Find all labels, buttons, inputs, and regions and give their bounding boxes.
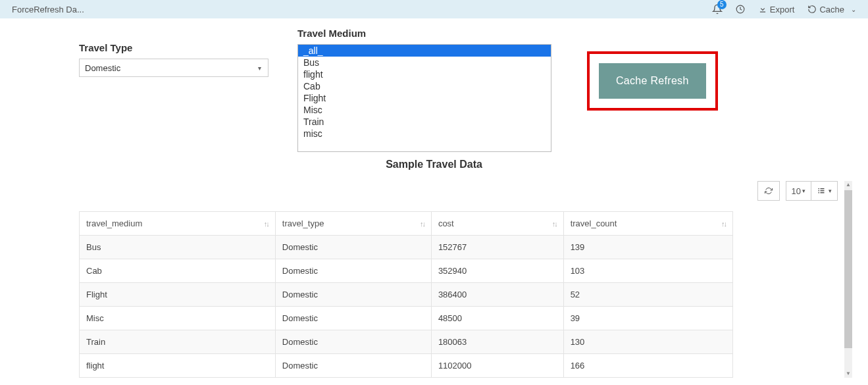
clock-icon	[736, 5, 745, 14]
cell-travel_type: Domestic	[275, 307, 431, 330]
list-icon	[817, 187, 826, 195]
table-toolbar: 10 ▾ ▾	[79, 181, 855, 201]
column-header-cost[interactable]: cost↑↓	[431, 212, 563, 236]
listbox-option[interactable]: Train	[298, 116, 551, 128]
svg-rect-5	[821, 190, 825, 192]
view-mode-button[interactable]: ▾	[811, 181, 838, 201]
cell-travel_medium: Cab	[80, 259, 276, 283]
svg-rect-6	[821, 192, 825, 193]
listbox-option[interactable]: _all_	[298, 45, 551, 57]
sort-icon: ↑↓	[420, 220, 424, 228]
listbox-option[interactable]: Flight	[298, 92, 551, 104]
travel-medium-filter: Travel Medium _all_BusflightCabFlightMis…	[297, 28, 551, 152]
cell-travel_medium: flight	[80, 354, 276, 378]
column-header-travel_count[interactable]: travel_count↑↓	[563, 212, 732, 236]
export-button[interactable]: Export	[758, 5, 795, 14]
page-size-value: 10	[792, 186, 801, 196]
download-icon	[758, 5, 767, 14]
sort-icon: ↑↓	[264, 220, 268, 228]
cell-travel_medium: Flight	[80, 283, 276, 307]
table-row[interactable]: flightDomestic1102000166	[80, 354, 733, 378]
cell-travel_medium: Misc	[80, 307, 276, 330]
highlight-box: Cache Refresh	[587, 51, 718, 111]
cell-travel_count: 166	[563, 354, 732, 378]
cell-travel_type: Domestic	[275, 283, 431, 307]
scroll-down-arrow[interactable]: ▼	[844, 370, 852, 378]
table-area: 10 ▾ ▾ travel_medium↑↓travel_type↑↓cost↑…	[13, 181, 855, 378]
cell-travel_type: Domestic	[275, 236, 431, 259]
listbox-option[interactable]: misc	[298, 128, 551, 140]
cell-travel_medium: Bus	[80, 236, 276, 259]
cell-travel_count: 103	[563, 259, 732, 283]
travel-medium-listbox[interactable]: _all_BusflightCabFlightMiscTrainmisc	[297, 44, 551, 152]
cell-cost: 386400	[431, 283, 563, 307]
sort-icon: ↑↓	[552, 220, 557, 228]
filters-row: Travel Type Domestic Travel Medium _all_…	[13, 28, 855, 152]
history-button[interactable]	[736, 5, 745, 14]
cache-label: Cache	[819, 5, 844, 14]
listbox-option[interactable]: Misc	[298, 104, 551, 116]
cell-travel_type: Domestic	[275, 330, 431, 354]
export-label: Export	[770, 5, 795, 14]
notification-badge: 5	[717, 0, 727, 9]
table-refresh-button[interactable]	[757, 181, 780, 201]
travel-medium-label: Travel Medium	[297, 28, 551, 39]
column-header-travel_medium[interactable]: travel_medium↑↓	[80, 212, 276, 236]
table-row[interactable]: CabDomestic352940103	[80, 259, 733, 283]
cache-refresh-highlight: Cache Refresh	[587, 51, 718, 152]
scroll-up-arrow[interactable]: ▲	[844, 181, 852, 189]
caret-down-icon: ▾	[802, 188, 805, 194]
refresh-icon	[765, 187, 773, 195]
data-table: travel_medium↑↓travel_type↑↓cost↑↓travel…	[79, 211, 733, 378]
page-size-select[interactable]: 10 ▾	[786, 181, 811, 201]
svg-rect-3	[819, 192, 820, 193]
listbox-option[interactable]: flight	[298, 68, 551, 80]
svg-rect-2	[819, 190, 820, 192]
cell-travel_count: 39	[563, 307, 732, 330]
table-row[interactable]: MiscDomestic4850039	[80, 307, 733, 330]
travel-type-select[interactable]: Domestic	[79, 59, 268, 77]
scroll-thumb[interactable]	[844, 190, 852, 348]
cell-travel_type: Domestic	[275, 354, 431, 378]
cell-travel_medium: Train	[80, 330, 276, 354]
svg-rect-1	[819, 188, 820, 190]
column-header-travel_type[interactable]: travel_type↑↓	[275, 212, 431, 236]
cell-cost: 1102000	[431, 354, 563, 378]
table-title: Sample Travel Data	[13, 159, 855, 170]
travel-type-selected: Domestic	[85, 63, 120, 73]
listbox-option[interactable]: Bus	[298, 57, 551, 68]
page-title: ForceRefresh Da...	[12, 5, 84, 14]
cache-refresh-button[interactable]: Cache Refresh	[599, 63, 706, 99]
top-actions: 5 Export Cache ⌄	[712, 4, 856, 14]
table-scrollbar[interactable]: ▲ ▼	[844, 181, 852, 378]
cell-cost: 352940	[431, 259, 563, 283]
svg-rect-4	[821, 188, 825, 190]
cell-cost: 180063	[431, 330, 563, 354]
table-header-row: travel_medium↑↓travel_type↑↓cost↑↓travel…	[80, 212, 733, 236]
travel-type-filter: Travel Type Domestic	[79, 42, 268, 152]
main-content: Travel Type Domestic Travel Medium _all_…	[0, 18, 868, 378]
travel-type-label: Travel Type	[79, 42, 268, 53]
cell-travel_count: 52	[563, 283, 732, 307]
cell-travel_type: Domestic	[275, 259, 431, 283]
caret-down-icon: ▾	[829, 188, 832, 194]
cache-menu[interactable]: Cache ⌄	[807, 5, 856, 14]
notifications-button[interactable]: 5	[712, 4, 723, 14]
cell-travel_count: 139	[563, 236, 732, 259]
table-row[interactable]: TrainDomestic180063130	[80, 330, 733, 354]
listbox-option[interactable]: Cab	[298, 80, 551, 92]
cell-cost: 48500	[431, 307, 563, 330]
top-bar: ForceRefresh Da... 5 Export Cache ⌄	[0, 0, 868, 18]
refresh-history-icon	[807, 5, 817, 14]
cell-travel_count: 130	[563, 330, 732, 354]
sort-icon: ↑↓	[721, 220, 726, 228]
cell-cost: 152767	[431, 236, 563, 259]
chevron-down-icon: ⌄	[851, 6, 856, 13]
table-row[interactable]: BusDomestic152767139	[80, 236, 733, 259]
table-row[interactable]: FlightDomestic38640052	[80, 283, 733, 307]
